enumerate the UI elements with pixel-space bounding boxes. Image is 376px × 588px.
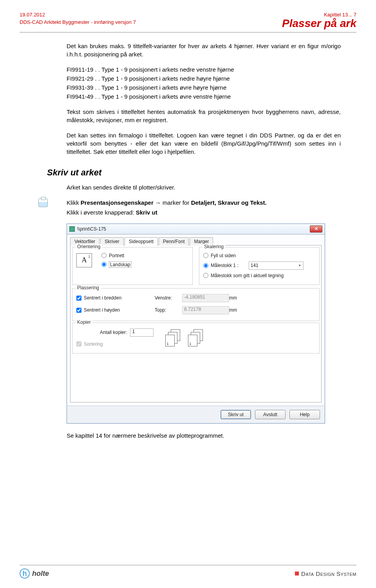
radio-fill-page[interactable]: Fyll ut siden <box>203 253 315 258</box>
code-list: FI9911-19 . . Type 1 - 9 posisjonert i a… <box>67 65 341 101</box>
radio-scale[interactable]: Målestokk 1 : 141 ▼ <box>203 262 315 270</box>
check-sort[interactable]: Sortering <box>76 341 154 347</box>
orientation-preview: A2 <box>76 253 92 267</box>
input-top: 8.72178 <box>182 306 229 314</box>
section-title-print: Skriv ut arket <box>47 168 356 178</box>
paragraph-intro: Det kan brukes maks. 9 tittelfelt-varian… <box>67 42 341 58</box>
code-row: FI9921-29 . . Type 1 - 9 posisjonert i a… <box>67 74 341 83</box>
help-button[interactable]: Help <box>289 410 320 419</box>
header-title: Plasser på ark <box>282 18 356 30</box>
unit-mm: mm <box>229 307 241 313</box>
tab-strip: Vektorfiler Skriver Sideoppsett Penn/Fon… <box>67 234 325 245</box>
radio-portrait[interactable]: Portrett <box>101 253 132 258</box>
close-button[interactable]: ✕ <box>310 225 322 233</box>
header-rule <box>20 32 356 32</box>
holte-logo: h holte <box>20 568 49 579</box>
legend-orientation: Orientering <box>76 244 102 249</box>
label-copy-count: Antall kopier: <box>100 330 127 335</box>
scale-combo[interactable]: 141 ▼ <box>249 262 304 270</box>
print-dialog: \\print\CS-175 ✕ Vektorfiler Skriver Sid… <box>67 224 325 424</box>
dialog-button-bar: Skriv ut Avslutt Help <box>67 406 325 423</box>
group-scaling: Skalering Fyll ut siden Målestokk 1 : 14… <box>199 247 320 285</box>
radio-landscape[interactable]: Landskap <box>101 262 132 268</box>
closing-paragraph: Se kapittel 14 for nærmere beskrivelse a… <box>67 431 341 440</box>
dds-logo: Data Design System <box>295 570 356 577</box>
footer-rule <box>20 565 356 565</box>
page-header: 19.07.2012 DDS-CAD Arkitekt Byggmester -… <box>20 12 356 30</box>
input-copy-count[interactable]: 1 <box>130 328 154 337</box>
group-copies: Kopier Antall kopier: 1 Sortering <box>72 323 320 354</box>
input-left: -4.180851 <box>182 294 229 302</box>
code-row: FI9941-49 . . Type 1 - 9 posisjonert i a… <box>67 92 341 101</box>
paragraph-auto: Tekst som skrives i tittelfeltet hentes … <box>67 108 341 124</box>
dds-square-icon <box>295 572 299 575</box>
label-top: Topp: <box>155 307 182 313</box>
group-placement: Plassering Sentrert i bredden Venstre: -… <box>72 288 320 321</box>
print-instruction-2: Klikk i øverste knapperad: Skriv ut <box>67 208 341 216</box>
code-row: FI9911-19 . . Type 1 - 9 posisjonert i a… <box>67 65 341 74</box>
unit-mm: mm <box>229 295 241 301</box>
collate-illustration: 3 2 1 1 1 1 <box>165 329 204 346</box>
print-line1: Arket kan sendes direkte til plotter/skr… <box>67 183 341 191</box>
tab-sideoppsett[interactable]: Sideoppsett <box>125 237 158 245</box>
check-center-height[interactable]: Sentrert i høyden <box>76 307 155 313</box>
legend-scaling: Skalering <box>202 244 225 249</box>
dialog-titlebar: \\print\CS-175 ✕ <box>67 224 325 234</box>
page-footer: h holte Data Design System <box>20 565 356 579</box>
label-left: Venstre: <box>155 295 182 301</box>
print-button[interactable]: Skriv ut <box>221 410 251 419</box>
legend-placement: Plassering <box>76 285 101 290</box>
printer-icon <box>38 198 48 207</box>
group-orientation: Orientering A2 Portrett Landskap <box>72 247 193 285</box>
legend-copies: Kopier <box>76 319 92 325</box>
radio-as-drawing[interactable]: Målestokk som gitt i aktuell tegning <box>203 273 315 278</box>
code-row: FI9931-39 . . Type 1 - 9 posisjonert i a… <box>67 83 341 92</box>
check-center-width[interactable]: Sentrert i bredden <box>76 295 155 301</box>
app-icon <box>69 226 75 232</box>
chevron-down-icon: ▼ <box>296 262 303 269</box>
dialog-title: \\print\CS-175 <box>77 226 106 232</box>
tab-skriver[interactable]: Skriver <box>100 237 123 245</box>
header-subtitle: DDS-CAD Arkitekt Byggmester - innføring … <box>20 19 136 25</box>
tab-pennfont[interactable]: Penn/Font <box>159 237 189 245</box>
cancel-button[interactable]: Avslutt <box>255 410 286 419</box>
holte-mark-icon: h <box>20 568 30 579</box>
print-instruction-1: Klikk Presentasjonsegenskaper → marker f… <box>67 198 341 207</box>
header-chapter: Kapittel 13... 7 <box>282 12 356 18</box>
header-date: 19.07.2012 <box>20 12 136 18</box>
paragraph-logo: Det kan settes inn firmalogo i tittelfel… <box>67 131 341 156</box>
